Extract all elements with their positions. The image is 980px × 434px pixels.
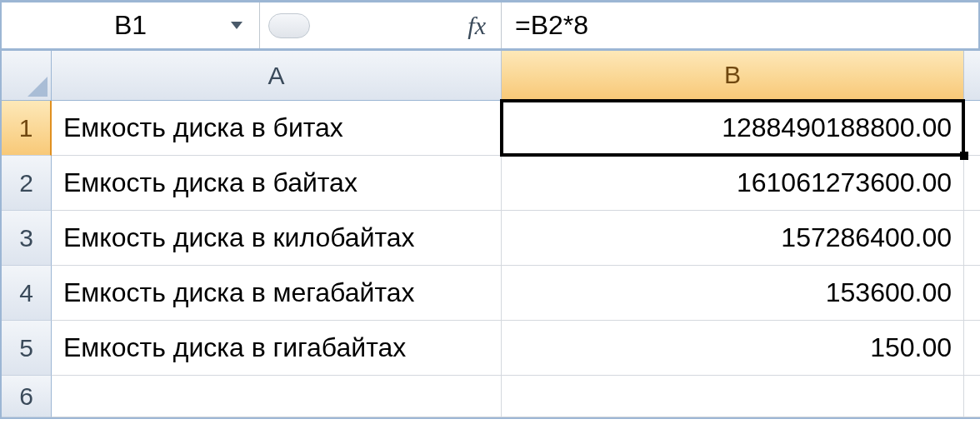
cell-c5[interactable] [964,321,980,376]
row-header-2[interactable]: 2 [2,156,52,211]
fx-section: fx [260,2,502,48]
column-header-a[interactable]: A [52,51,502,101]
cell-b2[interactable]: 161061273600.00 [502,156,964,211]
cell-b6[interactable] [502,376,964,417]
cell-c4[interactable] [964,266,980,321]
spreadsheet-grid: A B 1 Емкость диска в битах 128849018880… [2,51,978,417]
select-all-corner[interactable] [2,51,52,101]
cell-a3[interactable]: Емкость диска в килобайтах [52,211,502,266]
name-box-value: B1 [114,10,147,41]
column-header-extra[interactable] [964,51,980,101]
cell-a2[interactable]: Емкость диска в байтах [52,156,502,211]
row-header-4[interactable]: 4 [2,266,52,321]
name-box-dropdown-icon[interactable] [231,22,242,29]
row-header-1[interactable]: 1 [2,101,52,156]
column-header-b[interactable]: B [502,51,964,101]
fx-button[interactable]: fx [468,12,486,40]
row-header-3[interactable]: 3 [2,211,52,266]
cell-c2[interactable] [964,156,980,211]
cell-a5[interactable]: Емкость диска в гигабайтах [52,321,502,376]
formula-input[interactable]: =B2*8 [502,2,978,48]
cell-a1[interactable]: Емкость диска в битах [52,101,502,156]
cell-c3[interactable] [964,211,980,266]
cell-a6[interactable] [52,376,502,417]
name-box[interactable]: B1 [2,2,260,48]
formula-bar: B1 fx =B2*8 [2,2,978,51]
fill-handle[interactable] [960,152,968,160]
cell-b1[interactable]: 1288490188800.00 [502,101,964,156]
cell-b5[interactable]: 150.00 [502,321,964,376]
cell-c6[interactable] [964,376,980,417]
row-header-6[interactable]: 6 [2,376,52,417]
fx-pill-icon [268,13,310,38]
row-header-5[interactable]: 5 [2,321,52,376]
formula-text: =B2*8 [515,10,588,41]
cell-a4[interactable]: Емкость диска в мегабайтах [52,266,502,321]
cell-c1[interactable] [964,101,980,156]
select-all-triangle-icon [28,77,48,97]
cell-b4[interactable]: 153600.00 [502,266,964,321]
cell-b3[interactable]: 157286400.00 [502,211,964,266]
